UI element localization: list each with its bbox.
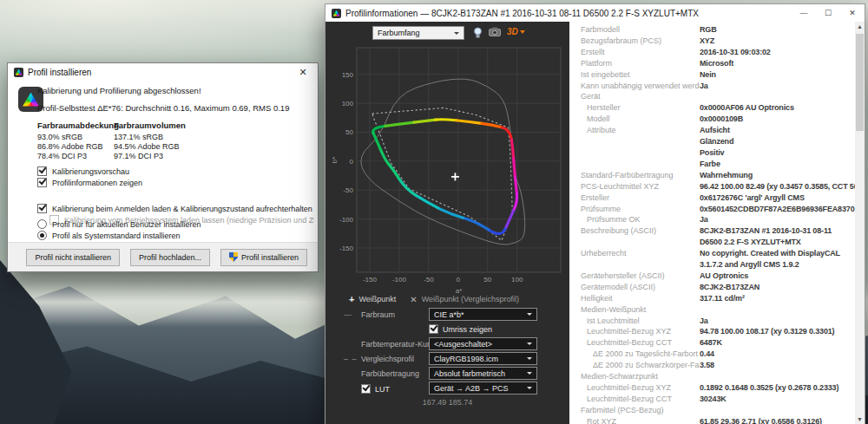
chevron-down-icon xyxy=(527,342,532,345)
dropdown-farb-bertragung[interactable]: Absolut farbmetrisch xyxy=(429,367,537,380)
info-label: Medien-Weißpunkt xyxy=(569,304,700,316)
chart-toolbar: Farbumfang 3D xyxy=(326,25,569,41)
scroll-down-icon[interactable]: ▼ xyxy=(855,414,865,424)
info-row: Gerätehersteller (ASCII)AU Optronics xyxy=(569,271,855,282)
chart-legend: + Weißpunkt ✕ Weißpunkt (Vergleichsprofi… xyxy=(349,294,519,304)
radio-row[interactable]: Profil als Systemstandard installieren xyxy=(37,230,314,241)
info-label: Ist eingebettet xyxy=(569,69,700,81)
lightbulb-icon[interactable] xyxy=(473,27,483,39)
info-row: ΔE 2000 zu Tageslicht-Farbort0.44 xyxy=(569,349,855,360)
control-label-text: LUT xyxy=(375,385,390,394)
x-tick-label: -50 xyxy=(424,276,434,284)
control-label-text: Farbraum xyxy=(361,310,395,319)
whitepoint-label: Weißpunkt xyxy=(358,295,396,303)
checkbox-row[interactable]: Profilinformationen zeigen xyxy=(37,177,314,188)
info-label: Leuchtmittel-Bezug CCT xyxy=(569,337,700,349)
info-value: 0x6172676C 'argl' Argyll CMS xyxy=(700,192,855,204)
control-label-text: Farbübertragung xyxy=(361,369,419,378)
info-label: Leuchtmittel-Bezug CCT xyxy=(569,394,700,405)
minimize-button[interactable]: — xyxy=(792,4,816,22)
checkbox[interactable] xyxy=(37,166,47,176)
info-row: ΔE 2000 zu Schwarzkörper-Farbort3.58 xyxy=(569,360,855,371)
info-value: Nein xyxy=(700,69,855,81)
info-value: Ja xyxy=(700,214,855,225)
uac-shield-icon xyxy=(229,252,238,262)
scrollbar[interactable]: ▲ ▼ xyxy=(855,22,865,424)
coverage-value: 86.8% Adobe RGB xyxy=(37,142,114,152)
control-field: Umriss zeigen xyxy=(429,323,537,336)
info-value: Positiv xyxy=(700,147,855,159)
view-mode-value: Farbumfang xyxy=(378,29,420,37)
coverage-value: 78.4% DCI P3 xyxy=(37,152,114,161)
camera-icon[interactable] xyxy=(489,27,501,36)
info-label: Helligkeit xyxy=(569,293,700,304)
dropdown-farbtemperatur-kurve[interactable]: <Ausgeschaltet> xyxy=(429,337,537,350)
y-axis-label: b* xyxy=(331,157,339,164)
radio-button[interactable] xyxy=(37,231,47,240)
info-row: Beschreibung (ASCII)8CJK2-B173ZAN #1 201… xyxy=(569,225,855,248)
checkbox[interactable] xyxy=(37,204,47,213)
gamut-chart[interactable]: -150-100-50050100-150-100-50050100150a*b… xyxy=(326,44,569,297)
info-row: Leuchtmittel-Bezug XYZ94.78 100.00 108.1… xyxy=(569,326,855,337)
info-label: Kann unabhängig verwendet werden xyxy=(569,81,700,92)
control-label: LUT xyxy=(361,384,390,394)
info-label: Gerätemodell (ASCII) xyxy=(569,282,700,293)
checkbox-label: Kalibrierungsvorschau xyxy=(52,167,129,176)
y-tick-label: 100 xyxy=(342,100,354,108)
x-tick-label: -150 xyxy=(363,276,378,284)
volume-header: Farbraumvolumen xyxy=(114,121,190,130)
close-icon[interactable]: ✕ xyxy=(294,63,312,81)
info-row: PCS-Leuchtmittel XYZ96.42 100.00 82.49 (… xyxy=(569,181,855,192)
volume-value: 97.1% DCI P3 xyxy=(114,152,190,161)
view-mode-select[interactable]: Farbumfang xyxy=(372,26,464,40)
y-tick-label: 0 xyxy=(350,158,354,166)
info-value: 0x0000109B xyxy=(700,114,855,125)
dropdown-value: Gerät → A2B → PCS xyxy=(434,384,509,393)
y-tick-label: -150 xyxy=(339,245,354,252)
window-title: Profilinformationen — 8CJK2-B173ZAN #1 2… xyxy=(345,9,792,18)
info-value: XYZ xyxy=(700,36,855,47)
control-label-text: Farbtemperatur-Kurve xyxy=(361,340,438,349)
window-body: Farbumfang 3D -150-100-50050100-150- xyxy=(326,22,865,424)
x-tick-label: 0 xyxy=(457,276,461,284)
window-titlebar[interactable]: Profilinformationen — 8CJK2-B173ZAN #1 2… xyxy=(326,4,865,22)
checkbox[interactable] xyxy=(37,178,47,187)
dropdown-lut[interactable]: Gerät → A2B → PCS xyxy=(429,382,537,395)
3d-view-menu[interactable]: 3D xyxy=(507,27,525,36)
checkbox-option[interactable]: Umriss zeigen xyxy=(429,323,537,336)
info-row: UrheberrechtNo copyright. Created with D… xyxy=(569,248,855,271)
checkbox[interactable] xyxy=(429,324,438,334)
close-button[interactable]: ✕ xyxy=(840,4,865,22)
info-row: Medien-Weißpunkt xyxy=(569,304,855,316)
checkbox-row[interactable]: Kalibrierungsvorschau xyxy=(37,166,314,177)
button-profil-nicht-installieren[interactable]: Profil nicht installieren xyxy=(26,249,120,266)
series-display-profile-gamut xyxy=(515,177,516,193)
info-row: Positiv xyxy=(569,147,855,159)
checkbox-row[interactable]: Kalibrierung beim Anmelden laden & Kalib… xyxy=(37,203,314,214)
scroll-up-icon[interactable]: ▲ xyxy=(855,22,865,32)
dropdown-farbraum[interactable]: CIE a*b* xyxy=(429,308,537,321)
control-row: – –VergleichsprofilClayRGB1998.icm xyxy=(326,352,569,366)
gamut-stats: Farbraumabdeckung 93.0% sRGB86.8% Adobe … xyxy=(37,121,190,161)
info-label: Urheberrecht xyxy=(569,248,700,271)
button-profil-hochladen-[interactable]: Profil hochladen... xyxy=(130,249,210,266)
radio-button[interactable] xyxy=(37,219,47,229)
maximize-button[interactable]: ☐ xyxy=(816,4,840,22)
control-row: Farbtemperatur-Kurve<Ausgeschaltet> xyxy=(326,337,569,351)
checkbox[interactable] xyxy=(361,384,371,394)
button-profil-installieren[interactable]: Profil installieren xyxy=(220,249,307,266)
dialog-titlebar[interactable]: Profil installieren ✕ xyxy=(8,63,318,81)
info-value: 94.78 100.00 108.17 (xy 0.3129 0.3301) xyxy=(700,326,855,337)
scrollbar-thumb[interactable] xyxy=(856,34,864,131)
radio-row[interactable]: Profil nur für aktuellen Benutzer instal… xyxy=(37,219,314,230)
info-value xyxy=(700,91,855,102)
dropdown-vergleichsprofil[interactable]: ClayRGB1998.icm xyxy=(429,352,537,365)
control-row: FarbübertragungAbsolut farbmetrisch xyxy=(326,367,569,381)
chevron-down-icon xyxy=(454,32,459,35)
info-row: Helligkeit317.11 cd/m² xyxy=(569,293,855,304)
info-label: Prüfsumme xyxy=(569,204,700,215)
info-label: ΔE 2000 zu Tageslicht-Farbort xyxy=(569,349,700,360)
y-tick-label: -50 xyxy=(343,186,353,194)
info-label: Hersteller xyxy=(569,102,700,114)
info-label: PCS-Leuchtmittel XYZ xyxy=(569,181,700,192)
